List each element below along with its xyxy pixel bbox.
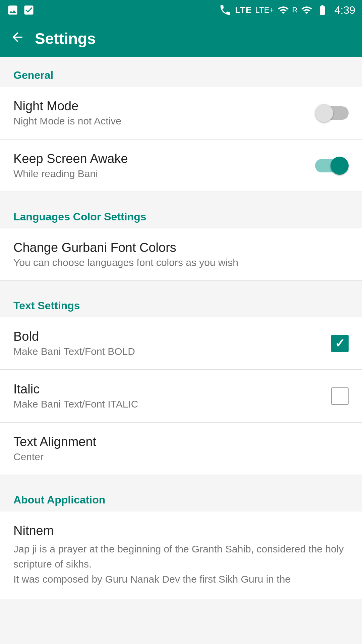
toolbar-title: Settings (35, 30, 96, 48)
gurbani-font-colors-item[interactable]: Change Gurbani Font Colors You can choos… (0, 228, 362, 281)
nitnem-description: Jap ji is a prayer at the beginning of t… (13, 541, 349, 587)
lte-label: LTE (235, 5, 252, 15)
text-settings-section-header: Text Settings (0, 287, 362, 317)
nitnem-title: Nitnem (13, 524, 349, 538)
keep-screen-awake-item[interactable]: Keep Screen Awake While reading Bani (0, 140, 362, 192)
languages-color-section-header: Languages Color Settings (0, 199, 362, 228)
photo-icon (7, 4, 19, 16)
signal-icon (278, 4, 289, 16)
italic-subtitle: Make Bani Text/Font ITALIC (13, 398, 331, 410)
text-alignment-subtitle: Center (13, 451, 349, 463)
text-alignment-text: Text Alignment Center (13, 435, 349, 463)
keep-screen-awake-toggle[interactable] (315, 157, 349, 175)
italic-item[interactable]: Italic Make Bani Text/Font ITALIC (0, 370, 362, 422)
gurbani-font-colors-title: Change Gurbani Font Colors (13, 240, 349, 255)
bold-text: Bold Make Bani Text/Font BOLD (13, 329, 331, 357)
bold-subtitle: Make Bani Text/Font BOLD (13, 346, 331, 357)
gurbani-font-colors-text: Change Gurbani Font Colors You can choos… (13, 240, 349, 268)
lteplus-label: LTE+ (255, 5, 274, 15)
check-square-icon (23, 4, 35, 16)
italic-text: Italic Make Bani Text/Font ITALIC (13, 382, 331, 410)
lte-call-icon (219, 4, 232, 16)
battery-icon (316, 4, 329, 16)
status-bar-left-icons (7, 4, 35, 16)
status-bar-right-icons: LTE LTE+ R 4:39 (219, 4, 355, 16)
toolbar: Settings (0, 20, 362, 57)
bold-title: Bold (13, 329, 331, 344)
status-bar: LTE LTE+ R 4:39 (0, 0, 362, 20)
night-mode-subtitle: Night Mode is not Active (13, 115, 315, 127)
italic-checkbox[interactable] (331, 387, 349, 405)
keep-screen-awake-toggle-thumb (330, 157, 349, 175)
about-section-header: About Application (0, 482, 362, 512)
nitnem-desc-text: Jap ji is a prayer at the beginning of t… (13, 543, 344, 570)
bold-item[interactable]: Bold Make Bani Text/Font BOLD ✓ (0, 317, 362, 370)
night-mode-item[interactable]: Night Mode Night Mode is not Active (0, 87, 362, 139)
nitnem-desc-extra: It was composed by Guru Nanak Dev the fi… (13, 574, 291, 585)
keep-screen-awake-title: Keep Screen Awake (13, 152, 315, 166)
night-mode-text: Night Mode Night Mode is not Active (13, 99, 315, 127)
italic-title: Italic (13, 382, 331, 396)
gurbani-font-colors-subtitle: You can choose languages font colors as … (13, 257, 349, 268)
nitnem-item[interactable]: Nitnem Jap ji is a prayer at the beginni… (0, 512, 362, 599)
section-divider-3 (0, 475, 362, 482)
section-divider-2 (0, 281, 362, 287)
keep-screen-awake-text: Keep Screen Awake While reading Bani (13, 152, 315, 179)
time-display: 4:39 (335, 4, 355, 16)
keep-screen-awake-subtitle: While reading Bani (13, 168, 315, 179)
night-mode-toggle[interactable] (315, 104, 349, 122)
general-section-header: General (0, 57, 362, 87)
settings-content: General Night Mode Night Mode is not Act… (0, 57, 362, 599)
night-mode-toggle-thumb (315, 104, 333, 122)
text-alignment-item[interactable]: Text Alignment Center (0, 423, 362, 475)
bold-checkmark: ✓ (335, 336, 345, 351)
text-alignment-title: Text Alignment (13, 435, 349, 449)
signal-r-icon (301, 4, 312, 16)
r-label: R (292, 6, 298, 14)
bold-checkbox[interactable]: ✓ (331, 335, 349, 352)
section-divider-1 (0, 192, 362, 199)
back-button[interactable] (10, 30, 25, 47)
night-mode-title: Night Mode (13, 99, 315, 113)
